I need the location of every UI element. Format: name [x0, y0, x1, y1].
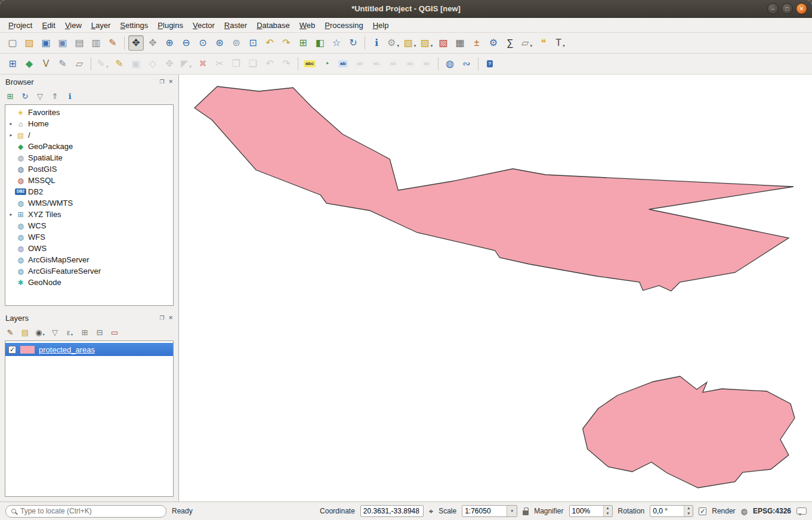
- browser-item-spatialite[interactable]: ◍SpatiaLite: [5, 152, 173, 163]
- zoom-full-icon[interactable]: ⊛: [212, 35, 227, 51]
- browser-item-favorites[interactable]: ★Favorites: [5, 107, 173, 118]
- run-feature-action-icon[interactable]: ⚙▾: [385, 35, 401, 51]
- layers-close-button[interactable]: ✕: [168, 315, 173, 321]
- menu-database[interactable]: Database: [252, 19, 295, 32]
- rotation-input[interactable]: [650, 506, 684, 516]
- map-tips-icon[interactable]: ❝: [536, 35, 551, 51]
- menu-project[interactable]: Project: [4, 19, 37, 32]
- deselect-features-icon[interactable]: ▧: [436, 35, 451, 51]
- browser-item-db2[interactable]: DB2DB2: [5, 186, 173, 197]
- browser-item-wcs[interactable]: ◍WCS: [5, 220, 173, 231]
- scale-dropdown-arrow[interactable]: ▾: [507, 506, 517, 516]
- save-project-as-icon[interactable]: ▣: [55, 35, 70, 51]
- layer-item-protected-areas[interactable]: ✓protected_areas: [5, 343, 173, 356]
- browser-item-wfs[interactable]: ◍WFS: [5, 231, 173, 243]
- enable-properties-widget-icon[interactable]: ℹ: [64, 90, 76, 102]
- zoom-to-layer-icon[interactable]: ⊡: [245, 35, 261, 51]
- zoom-native-icon[interactable]: ⊙: [195, 35, 211, 51]
- filter-legend-icon[interactable]: ▽: [49, 326, 61, 338]
- magnifier-spin-down[interactable]: ▼: [604, 511, 612, 516]
- locator-input[interactable]: [20, 507, 160, 515]
- browser-item-arcgis-feature-server[interactable]: ◍ArcGisFeatureServer: [5, 265, 173, 277]
- filter-by-expression-icon[interactable]: ε▾: [64, 326, 76, 338]
- pan-to-selection-icon[interactable]: ✥: [145, 35, 160, 51]
- highlight-pinned-labels-icon[interactable]: ab: [335, 56, 351, 72]
- browser-item-folder[interactable]: ▸▤/: [5, 129, 173, 141]
- zoom-in-icon[interactable]: ⊕: [162, 35, 177, 51]
- save-project-icon[interactable]: ▣: [38, 35, 54, 51]
- new-virtual-layer-icon[interactable]: ▱: [72, 56, 87, 72]
- open-attribute-table-icon[interactable]: ▦: [452, 35, 468, 51]
- refresh-map-icon[interactable]: ↻: [345, 35, 361, 51]
- zoom-next-icon[interactable]: ↷: [279, 35, 294, 51]
- menu-view[interactable]: View: [60, 19, 87, 32]
- new-3d-map-view-icon[interactable]: ◧: [312, 35, 328, 51]
- toggle-editing-icon[interactable]: ✎: [112, 56, 127, 72]
- maximize-button[interactable]: □: [782, 3, 793, 14]
- show-bookmarks-icon[interactable]: ☆: [329, 35, 344, 51]
- magnifier-input[interactable]: [570, 506, 603, 516]
- locator-search[interactable]: [5, 505, 166, 518]
- minimize-button[interactable]: –: [767, 3, 779, 14]
- field-calculator-icon[interactable]: ±: [469, 35, 484, 51]
- browser-item-wms-wmts[interactable]: ◍WMS/WMTS: [5, 197, 173, 209]
- menu-layer[interactable]: Layer: [87, 19, 116, 32]
- expand-arrow-icon[interactable]: ▸: [7, 212, 15, 217]
- magnifier-spinbox[interactable]: ▲ ▼: [569, 505, 613, 517]
- layer-checkbox[interactable]: ✓: [8, 346, 16, 354]
- scale-input[interactable]: [462, 506, 507, 516]
- render-checkbox[interactable]: ✓: [699, 507, 706, 515]
- new-shapefile-layer-icon[interactable]: V: [38, 56, 54, 72]
- python-console-icon[interactable]: ∾: [459, 56, 474, 72]
- new-project-icon[interactable]: ▢: [5, 35, 20, 51]
- new-map-view-icon[interactable]: ⊞: [295, 35, 311, 51]
- browser-float-button[interactable]: ❐: [159, 79, 164, 85]
- magnifier-spin-up[interactable]: ▲: [604, 506, 612, 511]
- filter-browser-icon[interactable]: ▽: [34, 90, 46, 102]
- remove-layer-group-icon[interactable]: ▭: [109, 326, 121, 338]
- browser-item-geonode[interactable]: ✱GeoNode: [5, 277, 173, 288]
- metasearch-icon[interactable]: ◍: [442, 56, 458, 72]
- rotation-spinbox[interactable]: ▲ ▼: [650, 505, 693, 517]
- expand-arrow-icon[interactable]: ▸: [7, 121, 15, 126]
- help-contents-icon[interactable]: ?: [482, 56, 498, 72]
- lock-scale-icon[interactable]: [523, 510, 529, 515]
- statistical-summary-icon[interactable]: ∑: [502, 35, 518, 51]
- style-manager-icon[interactable]: ✎: [105, 35, 121, 51]
- close-button[interactable]: ✕: [796, 3, 807, 14]
- menu-processing[interactable]: Processing: [320, 19, 368, 32]
- browser-item-home[interactable]: ▸⌂Home: [5, 118, 173, 129]
- open-layer-styling-panel-icon[interactable]: ✎: [4, 326, 16, 338]
- browser-close-button[interactable]: ✕: [168, 79, 173, 85]
- refresh-browser-icon[interactable]: ↻: [19, 90, 31, 102]
- menu-vector[interactable]: Vector: [188, 19, 220, 32]
- menu-settings[interactable]: Settings: [115, 19, 153, 32]
- identify-features-icon[interactable]: ℹ: [369, 35, 384, 51]
- options-icon[interactable]: ⚙: [486, 35, 501, 51]
- expand-arrow-icon[interactable]: ▸: [7, 132, 15, 138]
- text-annotation-icon[interactable]: T▾: [552, 35, 568, 51]
- collapse-all-layers-icon[interactable]: ⊟: [94, 326, 106, 338]
- crs-status[interactable]: EPSG:4326: [753, 507, 791, 515]
- zoom-to-selection-icon[interactable]: ⊚: [229, 35, 244, 51]
- add-selected-layers-icon[interactable]: ⊞: [4, 90, 16, 102]
- messages-icon[interactable]: [796, 507, 807, 515]
- layer-diagram-icon[interactable]: ◔: [319, 56, 334, 72]
- select-features-icon[interactable]: ▧▾: [402, 35, 418, 51]
- map-canvas[interactable]: [179, 75, 812, 502]
- browser-item-postgis[interactable]: ◍PostGIS: [5, 163, 173, 175]
- new-print-layout-icon[interactable]: ▤: [72, 35, 87, 51]
- layers-float-button[interactable]: ❐: [159, 315, 164, 321]
- collapse-all-icon[interactable]: ⇑: [49, 90, 61, 102]
- manage-map-themes-icon[interactable]: ◉▾: [34, 326, 46, 338]
- select-features-by-value-icon[interactable]: ▨▾: [419, 35, 434, 51]
- coordinate-input[interactable]: [360, 505, 424, 517]
- add-group-icon[interactable]: ▤: [19, 326, 31, 338]
- menu-web[interactable]: Web: [295, 19, 320, 32]
- scale-combobox[interactable]: ▾: [462, 505, 517, 517]
- browser-item-ows[interactable]: ◍OWS: [5, 243, 173, 254]
- pan-map-icon[interactable]: ✥: [128, 35, 144, 51]
- rotation-spin-up[interactable]: ▲: [684, 506, 693, 511]
- menu-help[interactable]: Help: [368, 19, 394, 32]
- menu-edit[interactable]: Edit: [37, 19, 60, 32]
